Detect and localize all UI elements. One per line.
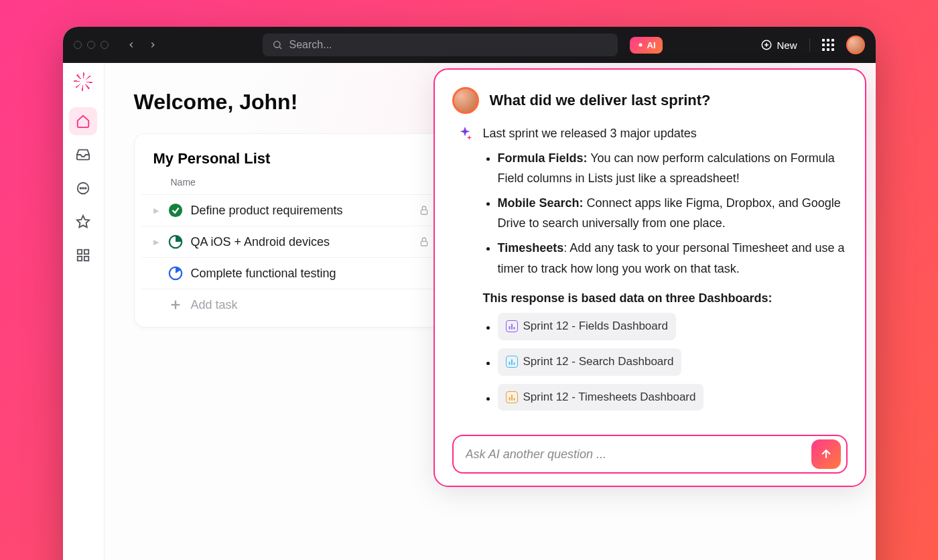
ai-update-item: Timesheets: Add any task to your persona… [498,238,848,279]
inbox-icon [76,147,90,162]
sidebar-item-home[interactable] [69,107,97,135]
traffic-close-icon[interactable] [74,41,82,49]
chart-icon [506,356,518,368]
ai-response: Last sprint we released 3 major updates … [452,123,848,419]
svg-rect-16 [421,210,427,214]
chip-label: Sprint 12 - Fields Dashboard [523,317,668,336]
main-content: Welcome, John! My Personal List Name ▶ D… [105,63,876,560]
status-done-icon [168,203,183,218]
task-row[interactable]: ▶ Define product requirements [141,194,442,226]
svg-point-7 [80,188,81,189]
search-icon [272,40,283,50]
task-row[interactable]: ▶ QA iOS + Android devices [141,226,442,257]
sidebar-item-more[interactable] [69,174,97,202]
sparkle-icon [636,41,645,49]
add-task-label: Add task [191,298,238,312]
task-row[interactable]: ▶ Complete functional testing [141,257,442,289]
svg-point-9 [85,188,86,189]
app-logo-icon[interactable] [74,72,92,91]
chip-label: Sprint 12 - Search Dashboard [523,352,674,372]
ai-update-item: Formula Fields: You can now perform calc… [498,148,848,189]
sidebar [63,63,105,560]
expand-icon[interactable]: ▶ [153,238,160,247]
dashboard-chip[interactable]: Sprint 12 - Fields Dashboard [498,313,676,340]
lock-icon [419,205,429,216]
chip-label: Sprint 12 - Timesheets Dashboard [523,388,696,407]
task-title: Complete functional testing [191,267,429,281]
chart-icon [506,320,518,332]
divider [809,38,810,52]
status-progress-icon [168,234,183,249]
ai-send-button[interactable] [811,439,841,469]
ai-pill-button[interactable]: AI [630,37,663,54]
svg-rect-13 [78,257,82,261]
new-button[interactable]: New [760,39,797,51]
dashboard-chip[interactable]: Sprint 12 - Timesheets Dashboard [498,384,704,411]
svg-point-15 [168,204,182,217]
chart-icon [506,391,518,403]
nav-back-button[interactable] [122,36,141,54]
status-pending-icon [168,266,183,281]
ai-followup-input[interactable] [466,447,805,462]
titlebar: Search... AI New [63,27,876,63]
sidebar-item-inbox[interactable] [69,141,97,169]
column-header-name: Name [141,173,442,194]
task-title: Define product requirements [191,204,411,218]
ai-source-item: Sprint 12 - Search Dashboard [498,348,848,376]
ai-sources-list: Sprint 12 - Fields Dashboard Sprint 12 -… [483,313,848,411]
home-icon [76,114,90,129]
traffic-minimize-icon[interactable] [87,41,95,49]
add-task-button[interactable]: ▶ Add task [141,289,442,320]
apps-grid-button[interactable] [822,39,834,51]
ai-update-list: Formula Fields: You can now perform calc… [483,148,848,279]
expand-icon[interactable]: ▶ [153,206,160,215]
sidebar-item-dashboards[interactable] [69,241,97,269]
svg-rect-11 [78,250,82,254]
ai-sources-heading: This response is based data on three Das… [483,288,848,309]
star-icon [76,214,90,229]
ai-question-text: What did we deliver last sprint? [490,92,711,109]
plus-circle-icon [760,39,773,51]
grid-icon [76,248,90,263]
svg-point-0 [273,42,279,48]
svg-rect-14 [84,257,88,261]
ai-source-item: Sprint 12 - Timesheets Dashboard [498,384,848,411]
more-horizontal-icon [76,181,90,196]
sidebar-item-favorites[interactable] [69,208,97,236]
dashboard-chip[interactable]: Sprint 12 - Search Dashboard [498,348,682,376]
svg-point-8 [82,188,84,189]
ai-pill-label: AI [647,40,656,50]
ai-update-item: Mobile Search: Connect apps like Figma, … [498,193,848,234]
user-avatar [452,87,479,114]
list-title: My Personal List [141,150,442,173]
plus-icon [168,297,183,312]
svg-line-1 [279,47,281,49]
window-controls[interactable] [74,41,109,49]
arrow-up-icon [819,447,833,461]
global-search[interactable]: Search... [263,33,618,56]
svg-rect-12 [84,250,88,254]
nav-forward-button[interactable] [143,36,162,54]
svg-rect-18 [421,241,427,246]
ai-intro-text: Last sprint we released 3 major updates [483,123,848,144]
svg-point-2 [639,44,642,47]
ai-followup-box[interactable] [452,435,848,474]
task-title: QA iOS + Android devices [191,235,411,249]
lock-icon [419,236,429,247]
search-placeholder: Search... [289,39,332,51]
traffic-zoom-icon[interactable] [100,41,109,49]
personal-list-card: My Personal List Name ▶ Define product r… [134,133,449,328]
svg-marker-10 [77,216,89,227]
ai-chat-panel: What did we deliver last sprint? Last sp… [433,68,866,487]
ai-user-message: What did we deliver last sprint? [452,87,848,114]
new-button-label: New [777,40,797,51]
user-avatar[interactable] [846,36,865,54]
ai-source-item: Sprint 12 - Fields Dashboard [498,313,848,340]
ai-sparkle-icon [458,126,472,141]
app-window: Search... AI New [63,27,876,560]
